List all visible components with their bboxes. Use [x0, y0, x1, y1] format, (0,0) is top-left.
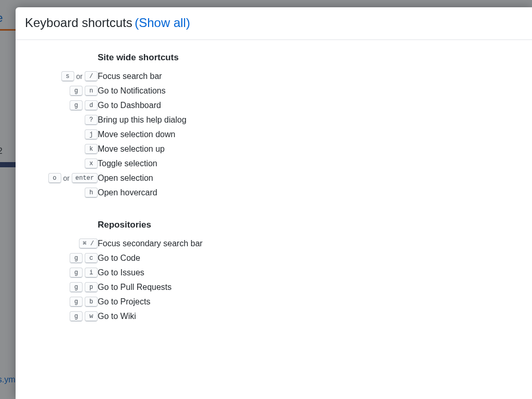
shortcut-keys: gc: [25, 252, 98, 264]
shortcut-row: gcGo to Code: [25, 252, 203, 264]
shortcut-desc: Open hovercard: [98, 187, 187, 199]
shortcut-row: kMove selection up: [25, 143, 187, 155]
shortcut-desc: Bring up this help dialog: [98, 114, 187, 126]
key: g: [70, 282, 83, 292]
shortcut-keys: sor/: [25, 70, 98, 83]
shortcut-keys: ⌘ /: [25, 237, 98, 250]
shortcut-desc: Open selection: [98, 172, 187, 184]
shortcut-table: sor/Focus search bargnGo to Notification…: [25, 68, 187, 201]
key: g: [70, 86, 83, 96]
key: n: [85, 86, 98, 96]
shortcut-row: ?Bring up this help dialog: [25, 114, 187, 126]
shortcut-desc: Focus secondary search bar: [98, 237, 203, 250]
keyboard-shortcuts-dialog: Keyboard shortcuts (Show all) Site wide …: [16, 7, 532, 399]
shortcut-keys: k: [25, 143, 98, 155]
key: c: [85, 253, 98, 263]
shortcut-desc: Go to Wiki: [98, 310, 203, 323]
shortcut-keys: gb: [25, 296, 98, 308]
key: g: [70, 268, 83, 278]
shortcut-row: ⌘ /Focus secondary search bar: [25, 237, 203, 250]
shortcut-row: hOpen hovercard: [25, 187, 187, 199]
shortcut-desc: Toggle selection: [98, 157, 187, 170]
shortcut-keys: oorenter: [25, 172, 98, 184]
shortcut-row: gdGo to Dashboard: [25, 99, 187, 112]
key: i: [85, 268, 98, 278]
section-title: Repositories: [98, 220, 523, 230]
shortcut-desc: Go to Dashboard: [98, 99, 187, 112]
shortcut-desc: Go to Notifications: [98, 85, 187, 97]
shortcut-keys: j: [25, 128, 98, 141]
shortcut-table: ⌘ /Focus secondary search bargcGo to Cod…: [25, 235, 203, 325]
shortcut-desc: Go to Code: [98, 252, 203, 264]
shortcut-keys: gp: [25, 281, 98, 294]
shortcut-keys: gi: [25, 267, 98, 279]
key: h: [85, 188, 98, 198]
shortcut-desc: Move selection up: [98, 143, 187, 155]
key: g: [70, 253, 83, 263]
shortcut-keys: x: [25, 157, 98, 170]
key: ?: [85, 115, 98, 125]
shortcut-keys: gw: [25, 310, 98, 323]
key: /: [85, 71, 98, 82]
key: d: [85, 100, 98, 111]
key: w: [85, 311, 98, 322]
shortcut-desc: Go to Pull Requests: [98, 281, 203, 294]
dialog-title: Keyboard shortcuts: [25, 16, 132, 30]
key: s: [61, 71, 74, 82]
dialog-header: Keyboard shortcuts (Show all): [16, 7, 532, 40]
shortcut-keys: gn: [25, 85, 98, 97]
shortcut-keys: gd: [25, 99, 98, 112]
shortcut-keys: ?: [25, 114, 98, 126]
shortcut-section: Repositories⌘ /Focus secondary search ba…: [25, 220, 523, 325]
key: g: [70, 297, 83, 307]
shortcut-row: giGo to Issues: [25, 267, 203, 279]
key: k: [85, 144, 98, 154]
shortcut-row: gwGo to Wiki: [25, 310, 203, 323]
shortcut-row: xToggle selection: [25, 157, 187, 170]
key-separator-or: or: [74, 72, 85, 81]
key: j: [85, 129, 98, 140]
shortcut-row: sor/Focus search bar: [25, 70, 187, 83]
shortcut-row: oorenterOpen selection: [25, 172, 187, 184]
shortcut-desc: Go to Issues: [98, 267, 203, 279]
key: o: [48, 173, 61, 183]
shortcut-desc: Focus search bar: [98, 70, 187, 83]
shortcut-section: Site wide shortcutssor/Focus search barg…: [25, 52, 523, 201]
shortcut-row: gpGo to Pull Requests: [25, 281, 203, 294]
shortcut-row: gbGo to Projects: [25, 296, 203, 308]
key-separator-or: or: [61, 174, 72, 182]
shortcut-desc: Go to Projects: [98, 296, 203, 308]
key: g: [70, 311, 83, 322]
dialog-body: Site wide shortcutssor/Focus search barg…: [16, 40, 532, 399]
key: p: [85, 282, 98, 292]
shortcut-row: gnGo to Notifications: [25, 85, 187, 97]
section-title: Site wide shortcuts: [98, 52, 523, 63]
shortcut-desc: Move selection down: [98, 128, 187, 141]
key: ⌘ /: [79, 238, 98, 249]
key: x: [85, 158, 98, 169]
key: g: [70, 100, 83, 111]
shortcut-row: jMove selection down: [25, 128, 187, 141]
shortcut-keys: h: [25, 187, 98, 199]
show-all-link[interactable]: (Show all): [135, 16, 190, 30]
key: enter: [72, 173, 98, 183]
key: b: [85, 297, 98, 307]
